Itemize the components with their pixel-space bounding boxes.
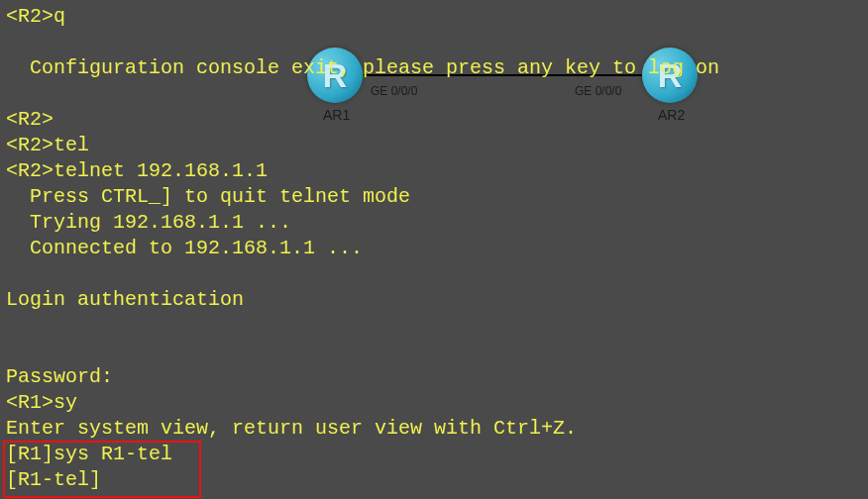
terminal-output[interactable]: <R2>q Configuration console exit, please… [0,0,725,497]
